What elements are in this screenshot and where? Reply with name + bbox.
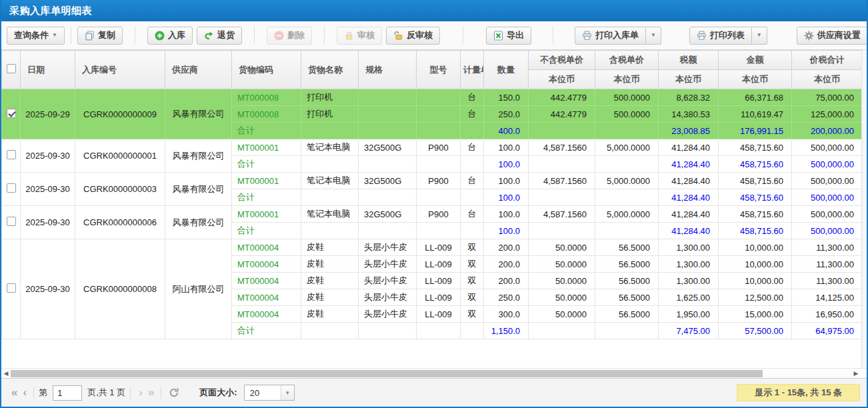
table-cell (595, 189, 659, 206)
page-size-select[interactable]: 20 ▼ (244, 385, 295, 401)
table-cell: 8,628.32 (659, 89, 719, 106)
table-cell: 头层小牛皮 (359, 306, 417, 323)
col-currency: 本位币 (719, 70, 792, 89)
print-list-button[interactable]: 打印列表 (689, 27, 752, 45)
col-currency: 本位币 (595, 70, 659, 89)
table-cell: 500,000.00 (792, 206, 863, 223)
table-row[interactable]: 2025-09-30CGRK0000000001风暴有限公司MT000001笔记… (2, 139, 863, 156)
row-checkbox[interactable] (7, 283, 16, 293)
horizontal-scroll-thumb[interactable] (11, 370, 763, 377)
table-cell: 41,284.40 (659, 173, 719, 189)
print-list-dropdown[interactable]: ▼ (752, 27, 767, 45)
table-cell (461, 189, 484, 206)
row-checkbox-cell[interactable] (2, 239, 21, 339)
unlock-icon (393, 31, 403, 41)
table-cell (417, 123, 461, 139)
print-inbound-button[interactable]: 打印入库单 (575, 27, 646, 45)
col-date: 日期 (21, 51, 75, 89)
col-supplier: 供应商 (165, 51, 232, 89)
table-cell (595, 223, 659, 239)
table-cell: LL-009 (417, 273, 461, 289)
table-cell: CGRK0000000009 (75, 89, 165, 139)
table-cell: 176,991.15 (719, 123, 792, 139)
table-cell: 5,000.0000 (595, 206, 659, 223)
table-cell: 250.0 (484, 106, 529, 123)
row-checkbox[interactable] (7, 217, 16, 226)
table-cell: 150.0 (484, 89, 529, 106)
table-cell: MT000004 (232, 306, 301, 323)
copy-button[interactable]: 复制 (77, 27, 123, 45)
print-inbound-dropdown[interactable]: ▼ (646, 27, 661, 45)
copy-label: 复制 (98, 29, 115, 41)
col-unit: 计量单位 (461, 51, 484, 89)
supplier-settings-button[interactable]: 供应商设置 (797, 27, 868, 45)
table-cell: MT000008 (232, 89, 301, 106)
table-cell: 50.0000 (529, 256, 595, 273)
row-checkbox-cell[interactable] (2, 206, 21, 239)
next-page-button[interactable]: › (135, 386, 145, 399)
table-cell: MT000001 (232, 139, 301, 156)
row-checkbox-cell[interactable] (2, 89, 21, 139)
table-cell: 风暴有限公司 (165, 139, 232, 173)
table-cell: MT000001 (232, 206, 301, 223)
table-cell (359, 106, 417, 123)
table-cell: 合计 (232, 223, 301, 239)
table-cell (359, 189, 417, 206)
table-cell: 57,500.00 (719, 323, 792, 339)
table-cell: 皮鞋 (301, 239, 359, 256)
table-cell: 41,284.40 (659, 156, 719, 173)
table-cell: 50.0000 (529, 306, 595, 323)
table-cell (595, 323, 659, 339)
table-cell: CGRK0000000006 (75, 206, 165, 239)
inbound-label: 入库 (168, 29, 185, 41)
select-all-cell (2, 51, 21, 89)
table-cell: 1,300.00 (659, 273, 719, 289)
export-button[interactable]: 导出 (486, 27, 531, 45)
delete-button: 删除 (267, 27, 312, 45)
table-cell: 500.0000 (595, 89, 659, 106)
first-page-button[interactable]: « (8, 386, 19, 399)
col-inbound-no: 入库编号 (75, 51, 165, 89)
query-conditions-button[interactable]: 查询条件 ▼ (7, 27, 65, 45)
return-button[interactable]: 退货 (197, 27, 242, 45)
table-cell (359, 89, 417, 106)
printer-icon (697, 31, 707, 41)
col-total: 价税合计 (792, 51, 863, 70)
scroll-right-icon[interactable]: ▶ (852, 370, 860, 377)
printer-icon (582, 31, 592, 41)
vertical-scrollbar[interactable] (861, 50, 867, 368)
table-row[interactable]: 2025-09-29CGRK0000000009风暴有限公司MT000008打印… (2, 89, 863, 106)
table-row[interactable]: 2025-09-30CGRK0000000003风暴有限公司MT000001笔记… (2, 173, 863, 189)
row-checkbox[interactable] (7, 109, 16, 118)
table-cell: 皮鞋 (301, 306, 359, 323)
prev-page-button[interactable]: ‹ (19, 386, 29, 399)
table-cell: 头层小牛皮 (359, 289, 417, 306)
table-cell: 458,715.60 (719, 206, 792, 223)
table-row[interactable]: 2025-09-30CGRK0000000008阿山有限公司MT000004皮鞋… (2, 239, 863, 256)
select-all-checkbox[interactable] (7, 64, 16, 73)
table-cell: 风暴有限公司 (165, 173, 232, 206)
chevron-down-icon: ▼ (281, 385, 294, 400)
table-cell (301, 223, 359, 239)
table-cell: 56.5000 (595, 306, 659, 323)
table-row[interactable]: 2025-09-30CGRK0000000006风暴有限公司MT000001笔记… (2, 206, 863, 223)
table-cell: 头层小牛皮 (359, 273, 417, 289)
row-checkbox[interactable] (7, 150, 16, 159)
table-cell: 56.5000 (595, 289, 659, 306)
inbound-button[interactable]: 入库 (147, 27, 193, 45)
last-page-button[interactable]: » (145, 386, 156, 399)
unaudit-button[interactable]: 反审核 (386, 27, 440, 45)
table-cell: LL-009 (417, 289, 461, 306)
table-cell: 458,715.60 (719, 223, 792, 239)
page-number-input[interactable] (53, 385, 82, 401)
table-cell: 110,619.47 (719, 106, 792, 123)
table-cell: 头层小牛皮 (359, 256, 417, 273)
refresh-icon[interactable] (169, 387, 179, 398)
scroll-left-icon[interactable]: ◀ (2, 370, 10, 377)
table-header: 日期 入库编号 供应商 货物编码 货物名称 规格 型号 计量单位 数量 不含税单… (2, 51, 863, 89)
row-checkbox-cell[interactable] (2, 139, 21, 173)
row-checkbox-cell[interactable] (2, 173, 21, 206)
table-cell: 100.0 (484, 173, 529, 189)
row-checkbox[interactable] (7, 183, 16, 193)
col-spec: 规格 (359, 51, 417, 89)
